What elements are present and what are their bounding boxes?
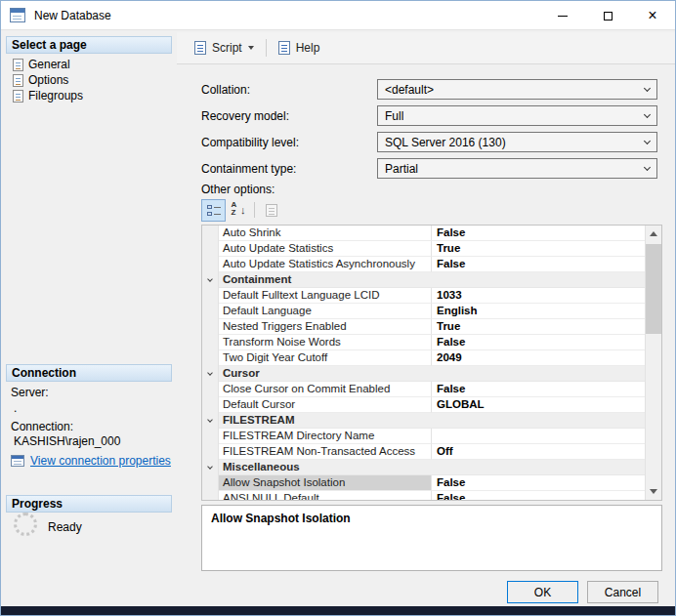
dialog-icon [10, 8, 25, 22]
grid-category-row[interactable]: Miscellaneous [202, 460, 646, 475]
property-name[interactable]: Two Digit Year Cutoff [219, 350, 432, 366]
cancel-button[interactable]: Cancel [587, 581, 658, 603]
containment-type-label: Containment type: [201, 162, 296, 176]
grid-category-row[interactable]: FILESTREAM [202, 413, 646, 429]
close-button[interactable]: × [630, 1, 675, 30]
script-button[interactable]: Script [187, 37, 262, 59]
grid-property-row[interactable]: Auto ShrinkFalse [202, 226, 646, 241]
grid-property-row[interactable]: Auto Update StatisticsTrue [202, 241, 646, 257]
sidebar-item-general[interactable]: General [13, 57, 70, 72]
sidebar-item-filegroups[interactable]: Filegroups [13, 88, 83, 103]
property-name[interactable]: Default Language [219, 304, 432, 319]
combo-value: Partial [385, 162, 418, 176]
property-value[interactable]: False [432, 491, 646, 501]
grid-property-row[interactable]: Default Fulltext Language LCID1033 [202, 288, 646, 304]
grid-property-row[interactable]: Nested Triggers EnabledTrue [202, 319, 646, 335]
grid-property-row[interactable]: Close Cursor on Commit EnabledFalse [202, 382, 646, 397]
property-name[interactable]: ANSI NULL Default [219, 491, 432, 501]
row-gutter [202, 429, 219, 444]
page-label: Filegroups [28, 89, 83, 103]
grid-property-row[interactable]: Default CursorGLOBAL [202, 397, 646, 413]
grid-property-row[interactable]: Default LanguageEnglish [202, 304, 646, 319]
grid-property-row[interactable]: FILESTREAM Non-Transacted AccessOff [202, 444, 646, 460]
property-value[interactable]: 1033 [432, 288, 646, 304]
compatibility-level-combobox[interactable]: SQL Server 2016 (130) [377, 132, 657, 152]
grid-property-row[interactable]: Two Digit Year Cutoff2049 [202, 350, 646, 366]
categorized-button[interactable] [201, 199, 226, 222]
property-value[interactable]: English [432, 304, 646, 319]
property-name[interactable]: Auto Update Statistics Asynchronously [219, 257, 432, 272]
connection-header: Connection [6, 364, 172, 382]
help-button[interactable]: Help [271, 37, 328, 59]
close-icon: × [648, 8, 656, 23]
property-name[interactable]: Close Cursor on Commit Enabled [219, 382, 432, 397]
property-value[interactable]: False [432, 335, 646, 350]
property-value[interactable]: True [432, 241, 646, 257]
category-collapse-button[interactable] [202, 272, 219, 288]
grid-property-row[interactable]: Auto Update Statistics AsynchronouslyFal… [202, 257, 646, 272]
property-name[interactable]: Nested Triggers Enabled [219, 319, 432, 335]
property-value[interactable]: False [432, 382, 646, 397]
toolbar-separator [266, 39, 267, 57]
property-name[interactable]: FILESTREAM Directory Name [219, 429, 432, 444]
combo-value: SQL Server 2016 (130) [385, 136, 506, 149]
ok-button[interactable]: OK [507, 581, 578, 603]
grid-scrollbar[interactable] [645, 226, 661, 500]
containment-type-combobox[interactable]: Partial [377, 158, 657, 179]
property-grid-toolbar: A Z ↓ [201, 198, 283, 222]
grid-property-row[interactable]: Transform Noise WordsFalse [202, 335, 646, 350]
chevron-down-icon [248, 46, 254, 50]
property-description-title: Allow Snapshot Isolation [211, 512, 653, 525]
view-connection-properties-link[interactable]: View connection properties [11, 454, 171, 468]
progress-header: Progress [6, 495, 172, 513]
chevron-down-icon [207, 276, 213, 282]
categorized-icon [207, 204, 221, 217]
alphabetical-sort-button[interactable]: A Z ↓ [226, 199, 250, 222]
chevron-down-icon [644, 164, 651, 171]
row-gutter [202, 397, 219, 413]
maximize-button[interactable] [585, 1, 630, 30]
property-name[interactable]: Allow Snapshot Isolation [219, 475, 432, 491]
property-name[interactable]: Auto Shrink [219, 226, 432, 241]
row-gutter [202, 226, 219, 241]
property-value[interactable]: GLOBAL [432, 397, 646, 413]
property-name[interactable]: Transform Noise Words [219, 335, 432, 350]
category-collapse-button[interactable] [202, 413, 219, 429]
grid-category-row[interactable]: Containment [202, 272, 646, 288]
property-value[interactable] [432, 429, 646, 444]
chevron-down-icon [207, 417, 213, 423]
recovery-model-combobox[interactable]: Full [377, 105, 657, 126]
window-bottom-edge [1, 606, 675, 615]
other-options-label: Other options: [201, 183, 275, 196]
row-gutter [202, 257, 219, 272]
property-value[interactable]: False [432, 475, 646, 491]
grid-property-row[interactable]: FILESTREAM Directory Name [202, 429, 646, 444]
property-value[interactable]: False [432, 257, 646, 272]
property-name[interactable]: Auto Update Statistics [219, 241, 432, 257]
caption-buttons: × [540, 1, 675, 30]
property-pages-icon [266, 204, 277, 217]
scroll-down-button[interactable] [646, 483, 661, 500]
property-description-panel: Allow Snapshot Isolation [201, 505, 662, 571]
arrow-up-icon [650, 231, 657, 236]
grid-property-row[interactable]: ANSI NULL DefaultFalse [202, 491, 646, 501]
property-value[interactable]: 2049 [432, 350, 646, 366]
collation-combobox[interactable]: <default> [377, 79, 657, 100]
category-label: Containment [219, 272, 646, 288]
scrollbar-thumb[interactable] [646, 244, 661, 334]
property-value[interactable]: False [432, 226, 646, 241]
scroll-up-button[interactable] [646, 226, 661, 242]
property-value[interactable]: True [432, 319, 646, 335]
category-collapse-button[interactable] [202, 460, 219, 475]
grid-category-row[interactable]: Cursor [202, 366, 646, 382]
sidebar-item-options[interactable]: Options [13, 72, 68, 88]
property-name[interactable]: Default Fulltext Language LCID [219, 288, 432, 304]
property-name[interactable]: Default Cursor [219, 397, 432, 413]
grid-property-row[interactable]: Allow Snapshot IsolationFalse [202, 475, 646, 491]
combo-value: Full [385, 109, 403, 123]
category-collapse-button[interactable] [202, 366, 219, 382]
minimize-button[interactable] [540, 1, 585, 30]
property-name[interactable]: FILESTREAM Non-Transacted Access [219, 444, 432, 460]
property-value[interactable]: Off [432, 444, 646, 460]
titlebar[interactable]: New Database × [1, 1, 675, 30]
